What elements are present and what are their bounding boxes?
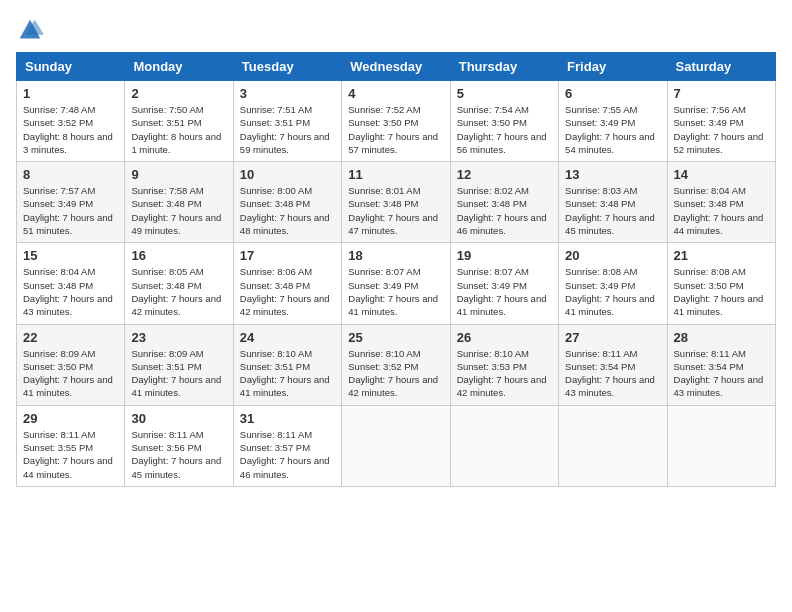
weekday-header-friday: Friday bbox=[559, 53, 667, 81]
day-info: Sunrise: 7:54 AM Sunset: 3:50 PM Dayligh… bbox=[457, 103, 552, 156]
day-info: Sunrise: 8:09 AM Sunset: 3:50 PM Dayligh… bbox=[23, 347, 118, 400]
calendar-cell: 19 Sunrise: 8:07 AM Sunset: 3:49 PM Dayl… bbox=[450, 243, 558, 324]
day-info: Sunrise: 8:02 AM Sunset: 3:48 PM Dayligh… bbox=[457, 184, 552, 237]
day-number: 15 bbox=[23, 248, 118, 263]
day-number: 26 bbox=[457, 330, 552, 345]
calendar-cell: 21 Sunrise: 8:08 AM Sunset: 3:50 PM Dayl… bbox=[667, 243, 775, 324]
day-number: 4 bbox=[348, 86, 443, 101]
page-header bbox=[16, 16, 776, 44]
calendar-cell: 5 Sunrise: 7:54 AM Sunset: 3:50 PM Dayli… bbox=[450, 81, 558, 162]
weekday-header-monday: Monday bbox=[125, 53, 233, 81]
calendar-cell: 12 Sunrise: 8:02 AM Sunset: 3:48 PM Dayl… bbox=[450, 162, 558, 243]
weekday-header-wednesday: Wednesday bbox=[342, 53, 450, 81]
weekday-header-thursday: Thursday bbox=[450, 53, 558, 81]
day-number: 2 bbox=[131, 86, 226, 101]
day-number: 31 bbox=[240, 411, 335, 426]
day-number: 7 bbox=[674, 86, 769, 101]
day-number: 1 bbox=[23, 86, 118, 101]
day-info: Sunrise: 8:03 AM Sunset: 3:48 PM Dayligh… bbox=[565, 184, 660, 237]
weekday-header-saturday: Saturday bbox=[667, 53, 775, 81]
day-info: Sunrise: 7:51 AM Sunset: 3:51 PM Dayligh… bbox=[240, 103, 335, 156]
day-number: 24 bbox=[240, 330, 335, 345]
day-info: Sunrise: 7:48 AM Sunset: 3:52 PM Dayligh… bbox=[23, 103, 118, 156]
calendar-cell: 24 Sunrise: 8:10 AM Sunset: 3:51 PM Dayl… bbox=[233, 324, 341, 405]
day-number: 19 bbox=[457, 248, 552, 263]
day-info: Sunrise: 8:06 AM Sunset: 3:48 PM Dayligh… bbox=[240, 265, 335, 318]
day-number: 18 bbox=[348, 248, 443, 263]
day-info: Sunrise: 7:50 AM Sunset: 3:51 PM Dayligh… bbox=[131, 103, 226, 156]
day-info: Sunrise: 7:55 AM Sunset: 3:49 PM Dayligh… bbox=[565, 103, 660, 156]
calendar-cell: 18 Sunrise: 8:07 AM Sunset: 3:49 PM Dayl… bbox=[342, 243, 450, 324]
day-number: 30 bbox=[131, 411, 226, 426]
day-info: Sunrise: 8:10 AM Sunset: 3:51 PM Dayligh… bbox=[240, 347, 335, 400]
calendar-cell: 27 Sunrise: 8:11 AM Sunset: 3:54 PM Dayl… bbox=[559, 324, 667, 405]
day-number: 21 bbox=[674, 248, 769, 263]
calendar-week-1: 1 Sunrise: 7:48 AM Sunset: 3:52 PM Dayli… bbox=[17, 81, 776, 162]
day-number: 14 bbox=[674, 167, 769, 182]
day-info: Sunrise: 8:04 AM Sunset: 3:48 PM Dayligh… bbox=[23, 265, 118, 318]
day-info: Sunrise: 8:11 AM Sunset: 3:54 PM Dayligh… bbox=[565, 347, 660, 400]
calendar-cell bbox=[667, 405, 775, 486]
day-number: 23 bbox=[131, 330, 226, 345]
calendar-cell: 3 Sunrise: 7:51 AM Sunset: 3:51 PM Dayli… bbox=[233, 81, 341, 162]
day-info: Sunrise: 7:56 AM Sunset: 3:49 PM Dayligh… bbox=[674, 103, 769, 156]
calendar-cell bbox=[342, 405, 450, 486]
calendar-cell: 16 Sunrise: 8:05 AM Sunset: 3:48 PM Dayl… bbox=[125, 243, 233, 324]
day-info: Sunrise: 8:08 AM Sunset: 3:50 PM Dayligh… bbox=[674, 265, 769, 318]
calendar-cell: 30 Sunrise: 8:11 AM Sunset: 3:56 PM Dayl… bbox=[125, 405, 233, 486]
day-info: Sunrise: 8:10 AM Sunset: 3:53 PM Dayligh… bbox=[457, 347, 552, 400]
day-info: Sunrise: 8:05 AM Sunset: 3:48 PM Dayligh… bbox=[131, 265, 226, 318]
day-number: 22 bbox=[23, 330, 118, 345]
weekday-header-sunday: Sunday bbox=[17, 53, 125, 81]
day-info: Sunrise: 7:52 AM Sunset: 3:50 PM Dayligh… bbox=[348, 103, 443, 156]
day-number: 13 bbox=[565, 167, 660, 182]
calendar-cell: 31 Sunrise: 8:11 AM Sunset: 3:57 PM Dayl… bbox=[233, 405, 341, 486]
day-info: Sunrise: 8:04 AM Sunset: 3:48 PM Dayligh… bbox=[674, 184, 769, 237]
calendar-cell: 20 Sunrise: 8:08 AM Sunset: 3:49 PM Dayl… bbox=[559, 243, 667, 324]
logo-icon bbox=[16, 16, 44, 44]
day-info: Sunrise: 7:57 AM Sunset: 3:49 PM Dayligh… bbox=[23, 184, 118, 237]
calendar-cell: 29 Sunrise: 8:11 AM Sunset: 3:55 PM Dayl… bbox=[17, 405, 125, 486]
day-number: 8 bbox=[23, 167, 118, 182]
day-number: 16 bbox=[131, 248, 226, 263]
day-number: 3 bbox=[240, 86, 335, 101]
day-number: 29 bbox=[23, 411, 118, 426]
calendar-cell: 2 Sunrise: 7:50 AM Sunset: 3:51 PM Dayli… bbox=[125, 81, 233, 162]
day-info: Sunrise: 8:08 AM Sunset: 3:49 PM Dayligh… bbox=[565, 265, 660, 318]
day-info: Sunrise: 8:11 AM Sunset: 3:57 PM Dayligh… bbox=[240, 428, 335, 481]
day-number: 5 bbox=[457, 86, 552, 101]
calendar-cell: 23 Sunrise: 8:09 AM Sunset: 3:51 PM Dayl… bbox=[125, 324, 233, 405]
calendar-cell: 9 Sunrise: 7:58 AM Sunset: 3:48 PM Dayli… bbox=[125, 162, 233, 243]
day-number: 9 bbox=[131, 167, 226, 182]
weekday-header-tuesday: Tuesday bbox=[233, 53, 341, 81]
calendar-cell: 7 Sunrise: 7:56 AM Sunset: 3:49 PM Dayli… bbox=[667, 81, 775, 162]
day-number: 6 bbox=[565, 86, 660, 101]
day-info: Sunrise: 8:11 AM Sunset: 3:55 PM Dayligh… bbox=[23, 428, 118, 481]
day-info: Sunrise: 8:10 AM Sunset: 3:52 PM Dayligh… bbox=[348, 347, 443, 400]
day-number: 10 bbox=[240, 167, 335, 182]
day-number: 27 bbox=[565, 330, 660, 345]
day-number: 11 bbox=[348, 167, 443, 182]
calendar-week-4: 22 Sunrise: 8:09 AM Sunset: 3:50 PM Dayl… bbox=[17, 324, 776, 405]
day-number: 17 bbox=[240, 248, 335, 263]
calendar-cell: 1 Sunrise: 7:48 AM Sunset: 3:52 PM Dayli… bbox=[17, 81, 125, 162]
day-info: Sunrise: 8:07 AM Sunset: 3:49 PM Dayligh… bbox=[457, 265, 552, 318]
calendar-cell: 8 Sunrise: 7:57 AM Sunset: 3:49 PM Dayli… bbox=[17, 162, 125, 243]
calendar-week-3: 15 Sunrise: 8:04 AM Sunset: 3:48 PM Dayl… bbox=[17, 243, 776, 324]
day-info: Sunrise: 8:07 AM Sunset: 3:49 PM Dayligh… bbox=[348, 265, 443, 318]
logo bbox=[16, 16, 46, 44]
calendar-cell: 13 Sunrise: 8:03 AM Sunset: 3:48 PM Dayl… bbox=[559, 162, 667, 243]
calendar-week-2: 8 Sunrise: 7:57 AM Sunset: 3:49 PM Dayli… bbox=[17, 162, 776, 243]
calendar-week-5: 29 Sunrise: 8:11 AM Sunset: 3:55 PM Dayl… bbox=[17, 405, 776, 486]
day-info: Sunrise: 8:11 AM Sunset: 3:54 PM Dayligh… bbox=[674, 347, 769, 400]
calendar-cell: 6 Sunrise: 7:55 AM Sunset: 3:49 PM Dayli… bbox=[559, 81, 667, 162]
day-info: Sunrise: 7:58 AM Sunset: 3:48 PM Dayligh… bbox=[131, 184, 226, 237]
calendar-cell: 26 Sunrise: 8:10 AM Sunset: 3:53 PM Dayl… bbox=[450, 324, 558, 405]
day-number: 20 bbox=[565, 248, 660, 263]
day-number: 28 bbox=[674, 330, 769, 345]
day-info: Sunrise: 8:00 AM Sunset: 3:48 PM Dayligh… bbox=[240, 184, 335, 237]
calendar-cell: 11 Sunrise: 8:01 AM Sunset: 3:48 PM Dayl… bbox=[342, 162, 450, 243]
day-info: Sunrise: 8:01 AM Sunset: 3:48 PM Dayligh… bbox=[348, 184, 443, 237]
calendar-cell: 17 Sunrise: 8:06 AM Sunset: 3:48 PM Dayl… bbox=[233, 243, 341, 324]
calendar-cell: 14 Sunrise: 8:04 AM Sunset: 3:48 PM Dayl… bbox=[667, 162, 775, 243]
